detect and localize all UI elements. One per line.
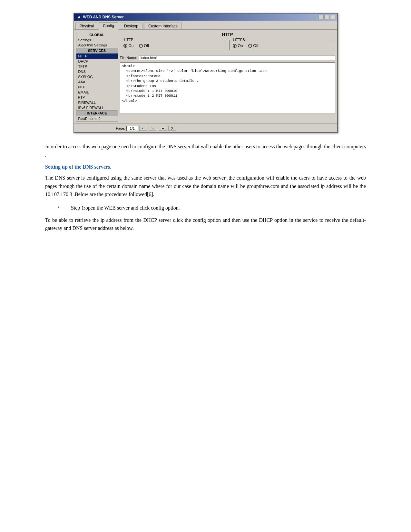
- sidebar-item-syslog[interactable]: SYSLOG: [76, 74, 118, 79]
- window-body: GLOBAL Settings Algorithm Settings SERVI…: [74, 30, 337, 123]
- sidebar-item-aaa[interactable]: AAA: [76, 79, 118, 84]
- next-page-button[interactable]: >: [149, 126, 156, 131]
- minimize-button[interactable]: _: [318, 15, 324, 19]
- sidebar-section-interface: INTERFACE: [76, 110, 118, 116]
- sidebar-item-settings[interactable]: Settings: [76, 37, 118, 43]
- window-title: WEB AND DNS Server: [83, 15, 124, 19]
- title-controls: _ □ ×: [318, 15, 335, 19]
- prev-page-button[interactable]: <: [139, 126, 147, 131]
- doc-paragraph-1: In order to access this web page one nee…: [45, 143, 366, 159]
- doc-list-item-1: i. Step 1:open the WEB server and click …: [45, 204, 366, 212]
- https-off-label: Off: [253, 44, 259, 48]
- sidebar-item-fastethernet0[interactable]: FastEthernet0: [76, 116, 118, 121]
- doc-section-title: Setting up of the DNS servers.: [45, 164, 366, 170]
- sidebar: GLOBAL Settings Algorithm Settings SERVI…: [76, 32, 118, 122]
- sidebar-item-dns[interactable]: DNS: [76, 69, 118, 74]
- http-on-radio[interactable]: On: [123, 44, 134, 48]
- sidebar-item-email[interactable]: EMAIL: [76, 90, 118, 95]
- https-on-radio[interactable]: On: [233, 44, 243, 48]
- delete-page-button[interactable]: X: [168, 126, 176, 131]
- doc-list-text-1: Step 1:open the WEB server and click con…: [71, 204, 180, 212]
- main-panel: HTTP HTTP On Off: [120, 32, 335, 122]
- app-icon: 🖥: [76, 15, 81, 20]
- sidebar-item-ftp[interactable]: FTP: [76, 95, 118, 100]
- tab-bar: Physical Config Desktop Custom Interface: [74, 21, 337, 30]
- protocol-row: HTTP On Off: [120, 40, 335, 50]
- restore-button[interactable]: □: [324, 15, 329, 19]
- add-page-button[interactable]: +: [159, 126, 167, 131]
- title-bar: 🖥 WEB AND DNS Server _ □ ×: [74, 14, 337, 21]
- https-on-radio-circle[interactable]: [233, 44, 237, 48]
- page-input[interactable]: [126, 126, 138, 131]
- application-window: 🖥 WEB AND DNS Server _ □ × Physical Conf…: [73, 13, 338, 133]
- tab-custom-interface[interactable]: Custom Interface: [144, 23, 182, 29]
- title-bar-left: 🖥 WEB AND DNS Server: [76, 15, 124, 20]
- http-box: HTTP On Off: [120, 40, 226, 50]
- sidebar-item-ipv6-firewall[interactable]: IPv6 FIREWALL: [76, 105, 118, 110]
- tab-config[interactable]: Config: [99, 22, 118, 30]
- sidebar-item-dhcp[interactable]: DHCP: [76, 59, 118, 64]
- doc-paragraph-3: To be able to retrieve the ip address fr…: [45, 216, 366, 232]
- http-off-label: Off: [144, 44, 149, 48]
- document-body: In order to access this web page one nee…: [26, 143, 385, 232]
- https-off-radio-circle[interactable]: [248, 44, 252, 48]
- file-name-row: File Name:: [120, 53, 335, 60]
- sidebar-item-algorithm-settings[interactable]: Algorithm Settings: [76, 43, 118, 48]
- http-on-radio-circle[interactable]: [123, 44, 127, 48]
- sidebar-item-ntp[interactable]: NTP: [76, 84, 118, 90]
- https-radio-row: On Off: [233, 44, 332, 48]
- http-off-radio-circle[interactable]: [139, 44, 143, 48]
- panel-title: HTTP: [120, 32, 335, 37]
- file-name-label: File Name:: [120, 56, 137, 60]
- https-off-radio[interactable]: Off: [248, 44, 259, 48]
- http-on-label: On: [129, 44, 134, 48]
- https-box: HTTPS On Off: [229, 40, 335, 50]
- sidebar-item-tftp[interactable]: TFTP: [76, 64, 118, 69]
- doc-list-label-1: i.: [58, 204, 64, 212]
- tab-physical[interactable]: Physical: [75, 23, 98, 29]
- close-button[interactable]: ×: [330, 15, 335, 19]
- file-name-input[interactable]: [139, 55, 335, 60]
- https-on-label: On: [238, 44, 243, 48]
- http-box-label: HTTP: [123, 38, 135, 42]
- tab-desktop[interactable]: Desktop: [120, 23, 142, 29]
- code-editor[interactable]: <html> <center><font size='+2' color='bl…: [120, 62, 335, 114]
- sidebar-item-http[interactable]: HTTP: [76, 54, 118, 59]
- doc-paragraph-2: The DNS server is configured using the s…: [45, 174, 366, 199]
- sidebar-item-firewall[interactable]: FIREWALL: [76, 100, 118, 105]
- sidebar-item-global[interactable]: GLOBAL: [76, 32, 118, 37]
- http-radio-row: On Off: [123, 44, 222, 48]
- http-off-radio[interactable]: Off: [139, 44, 149, 48]
- bottom-bar: Page: < > + X: [74, 123, 337, 132]
- page-label: Page:: [116, 126, 125, 130]
- sidebar-section-services: SERVICES: [76, 48, 118, 54]
- https-box-label: HTTPS: [232, 38, 246, 42]
